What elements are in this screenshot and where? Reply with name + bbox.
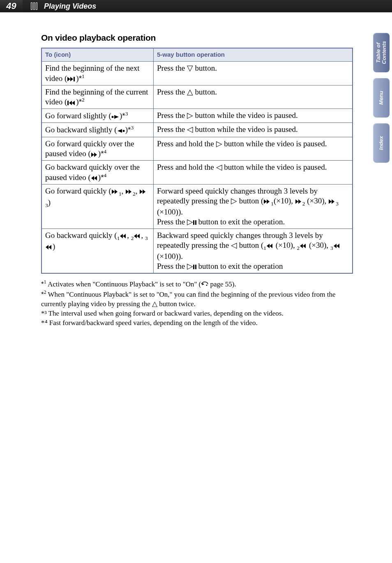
table-row: Go forward slightly ()*3 Press the ▷ but…: [42, 109, 353, 123]
cell-to: Go backward quickly over the paused vide…: [42, 161, 154, 185]
cell-to: Find the beginning of the current video …: [42, 85, 154, 109]
cell-op: Press the ▷ button while the video is pa…: [154, 109, 353, 123]
section-title: Playing Videos: [44, 2, 96, 11]
table-row: Go forward quickly over the paused video…: [42, 137, 353, 161]
table-row: Go backward slightly ()*3 Press the ◁ bu…: [42, 123, 353, 137]
video-section-icon: [31, 2, 39, 10]
svg-rect-5: [195, 220, 196, 225]
cell-to: Go forward slightly ()*3: [42, 109, 154, 123]
table-row: Find the beginning of the current video …: [42, 85, 353, 109]
cell-op: Press and hold the ◁ button while the vi…: [154, 161, 353, 185]
table-row: Go backward quickly (1, 2, 3) Backward s…: [42, 228, 353, 273]
page-header: 49 Playing Videos: [0, 0, 392, 12]
col-header-op: 5-way button operation: [154, 48, 353, 61]
col-header-to: To (icon): [42, 48, 154, 61]
svg-rect-4: [193, 220, 194, 225]
cell-op: Press the ◁ button while the video is pa…: [154, 123, 353, 137]
table-row: Go backward quickly over the paused vide…: [42, 161, 353, 185]
svg-rect-1: [67, 101, 69, 105]
cell-op: Press the ▽ button.: [154, 61, 353, 85]
table-row: Find the beginning of the next video ()*…: [42, 61, 353, 85]
footnotes: *1 Activates when "Continuous Playback" …: [41, 279, 353, 328]
cell-op: Press and hold the ▷ button while the vi…: [154, 137, 353, 161]
cell-op: Forward speed quickly changes through 3 …: [154, 185, 353, 229]
cell-to: Find the beginning of the next video ()*…: [42, 61, 154, 85]
footnote: *1 Activates when "Continuous Playback" …: [41, 279, 353, 289]
footnote: *⁴ Fast forward/backward speed varies, d…: [41, 318, 353, 328]
footnote: *³ The interval used when going forward …: [41, 309, 353, 318]
playback-operations-table: To (icon) 5-way button operation Find th…: [41, 48, 353, 274]
cell-op: Backward speed quickly changes through 3…: [154, 228, 353, 273]
subheading: On video playback operation: [41, 33, 353, 43]
page-number: 49: [0, 0, 23, 12]
cell-to: Go backward quickly (1, 2, 3): [42, 228, 154, 273]
cell-to: Go forward quickly over the paused video…: [42, 137, 154, 161]
svg-rect-6: [193, 265, 194, 269]
cell-to: Go forward quickly (1, 2, 3): [42, 185, 154, 229]
svg-rect-7: [195, 265, 196, 269]
footnote: *2 When "Continuous Playback" is set to …: [41, 289, 353, 309]
cell-op: Press the △ button.: [154, 85, 353, 109]
svg-point-3: [122, 130, 125, 132]
table-row: Go forward quickly (1, 2, 3) Forward spe…: [42, 185, 353, 229]
cell-to: Go backward slightly ()*3: [42, 123, 154, 137]
svg-point-2: [111, 116, 113, 118]
svg-point-8: [206, 285, 208, 286]
page-content: On video playback operation To (icon) 5-…: [0, 12, 392, 328]
svg-rect-0: [74, 77, 75, 81]
